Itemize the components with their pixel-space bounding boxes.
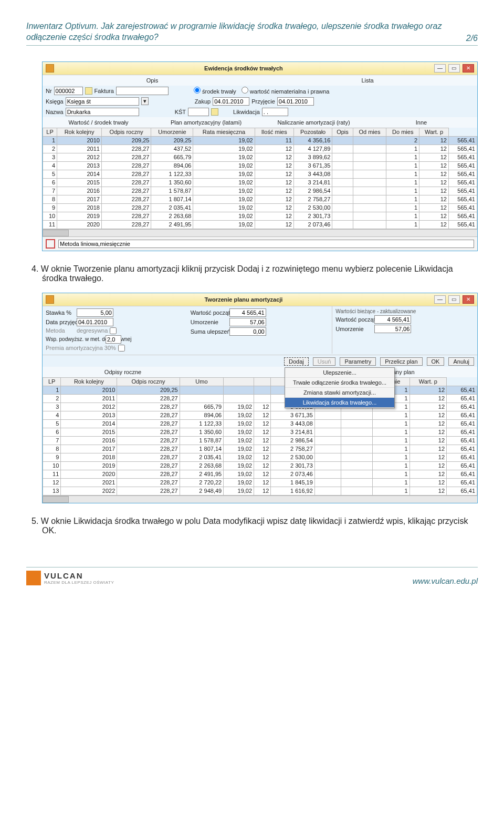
method-icon[interactable] [46,239,55,249]
refresh-icon[interactable] [85,87,92,95]
wsp-field[interactable] [106,335,121,344]
table-row[interactable]: 132022228,272 948,4919,02121 616,9211265… [43,487,477,495]
subtab-wartosc[interactable]: Wartość / środek trwały [46,118,151,127]
table-row[interactable]: 92018228,272 035,4119,02122 530,0011265,… [43,453,477,461]
table-row[interactable]: 42013228,27894,0619,02123 671,3511265,41 [43,411,477,419]
data-field[interactable] [77,318,113,326]
table-row[interactable]: 112020228,272 491,9519,02122 073,4611256… [43,220,477,229]
usun-button[interactable]: Usuń [313,357,336,366]
row-ksiega: Księga ▾ Zakup Przyjęcie [43,96,477,107]
subtab-naliczanie[interactable]: Naliczanie amortyzacji (raty) [261,118,366,127]
likw-field[interactable] [262,108,288,116]
umorz-field[interactable] [229,318,266,326]
minimize-button[interactable]: — [434,64,446,73]
table-row[interactable]: 22011228,2711265,41 [43,394,477,402]
top-params: Stawka % Data przyjęcia Metodadegresywna… [43,306,477,354]
subtab-odpisy[interactable]: Odpisy roczne [46,368,200,376]
h-scrollbar-2[interactable] [43,496,477,503]
radio-srodek[interactable]: środek trwały [194,87,236,95]
maximize-button-2[interactable]: ▭ [448,295,460,304]
amort-table-1[interactable]: LPRok kolejnyOdpis rocznyUmorzenieRata m… [43,128,477,229]
h-scrollbar[interactable] [43,229,477,236]
ok-button[interactable]: OK [427,357,445,366]
metoda-check[interactable] [110,327,117,334]
paragraph-4: 4. W oknie Tworzenie planu amortyzacji k… [42,264,478,283]
nr-label: Nr [46,88,52,94]
table-row[interactable]: 102019228,272 263,6819,02122 301,7311256… [43,212,477,220]
method-field[interactable] [58,240,474,248]
table-row[interactable]: 72016228,271 578,8719,02122 986,54112565… [43,187,477,195]
row-nr: Nr Faktura środek trwały wartość niemate… [43,86,477,96]
table-row[interactable]: 22011228,27437,5219,02124 127,89112565,4… [43,145,477,153]
screenshot-ewidencja: Ewidencja środków trwałych — ▭ ✕ Opis Li… [42,61,478,251]
table-row[interactable]: 112020228,272 491,9519,02122 073,4611265… [43,470,477,478]
stawka-field[interactable] [77,308,113,317]
table-row[interactable]: 42013228,27894,0619,02123 671,35112565,4… [43,161,477,170]
suma-field[interactable] [229,327,266,336]
logo-mark [26,571,41,585]
table-row[interactable]: 52014228,271 122,3319,02123 443,08112565… [43,170,477,178]
kst-icon[interactable] [211,108,218,116]
page-number: 2/6 [466,34,478,43]
close-button[interactable]: ✕ [463,64,474,73]
window-titlebar: Ewidencja środków trwałych — ▭ ✕ [43,62,477,75]
close-button-2[interactable]: ✕ [463,295,474,304]
minimize-button-2[interactable]: — [434,295,446,304]
stawka-label: Stawka % [46,309,75,316]
anuluj-button[interactable]: Anuluj [448,357,474,366]
table-row[interactable]: 92018228,272 035,4119,02122 530,00112565… [43,203,477,212]
premia-check[interactable] [118,345,125,352]
przelicz-button[interactable]: Przelicz plan [380,357,422,366]
window-titlebar-2: Tworzenie planu amortyzacji — ▭ ✕ [43,293,477,306]
window-controls-2: — ▭ ✕ [433,295,474,304]
sub-tabs: Wartość / środek trwały Plan amortyzacyj… [43,117,477,128]
amort-table-2[interactable]: LPRok kolejnyOdpis rocznyUmoOpisOd miDo … [43,377,477,496]
faktura-field[interactable] [116,87,169,95]
table-row[interactable]: 32012228,27665,7919,02123 899,62112565,4… [43,153,477,161]
radio-wartosc[interactable]: wartość niematerialna i prawna [242,87,330,95]
table-row[interactable]: 52014228,271 122,3319,02123 443,0811265,… [43,419,477,428]
bottom-strip [43,236,477,251]
nazwa-field[interactable] [66,108,139,116]
dodaj-button[interactable]: Dodaj Ulepszenie... Trwałe odłączenie śr… [284,357,309,366]
subtab-inne[interactable]: Inne [369,118,474,127]
wartosc-field[interactable] [229,308,266,317]
kst-field[interactable] [188,108,209,116]
table-row[interactable]: 102019228,272 263,6819,02122 301,7311265… [43,461,477,470]
faktura-label: Faktura [94,88,114,94]
ksiega-dropdown-icon[interactable]: ▾ [141,97,149,105]
table-row[interactable]: 122021228,272 720,2219,02121 845,1911265… [43,478,477,487]
right-wartosc-field[interactable] [374,315,411,324]
table-row[interactable]: 12010209,2511265,41 [43,386,477,394]
right-header: Wartości bieżące - zaktualizowane [335,308,474,314]
menu-likwidacja[interactable]: Likwidacja środka trwałego... [285,398,394,408]
table-row[interactable]: 72016228,271 578,8719,02122 986,5411265,… [43,436,477,445]
right-wartosc-label: Wartość początkowa [335,316,372,323]
menu-ulepszenie[interactable]: Ulepszenie... [285,368,394,378]
tab-opis[interactable]: Opis [46,76,259,85]
zakup-label: Zakup [195,98,211,105]
przyjecie-field[interactable] [277,97,314,106]
table-row[interactable]: 62015228,271 350,6019,02123 214,8111265,… [43,428,477,436]
zakup-field[interactable] [213,97,249,106]
data-label: Data przyjęcia [46,319,75,325]
nr-field[interactable] [54,87,83,95]
table-row[interactable]: 82017228,271 807,1419,02122 758,2711265,… [43,445,477,453]
ksiega-field[interactable] [66,97,139,106]
dodaj-menu: Ulepszenie... Trwałe odłączenie środka t… [285,367,395,408]
window-controls: — ▭ ✕ [433,64,474,73]
window-title-2: Tworzenie planu amortyzacji [149,296,338,303]
app-icon-2 [46,295,54,304]
right-umorz-field[interactable] [374,325,411,333]
menu-zmiana[interactable]: Zmiana stawki amortyzacji... [285,388,394,398]
logo-sub: RAZEM DLA LEPSZEJ OŚWIATY [44,580,114,585]
parametry-button[interactable]: Parametry [340,357,376,366]
subtab-plan[interactable]: Plan amortyzacyjny (latami) [153,118,259,127]
table-row[interactable]: 82017228,271 807,1419,02122 758,27112565… [43,195,477,203]
table-row[interactable]: 12010209,25209,2519,02114 356,16212565,4… [43,136,477,145]
table-row[interactable]: 62015228,271 350,6019,02123 214,81112565… [43,178,477,187]
menu-trwale[interactable]: Trwałe odłączenie środka trwałego... [285,378,394,388]
maximize-button[interactable]: ▭ [448,64,460,73]
tab-lista[interactable]: Lista [261,76,474,85]
table-row[interactable]: 32012228,27665,7919,02123 899,6211265,41 [43,402,477,411]
